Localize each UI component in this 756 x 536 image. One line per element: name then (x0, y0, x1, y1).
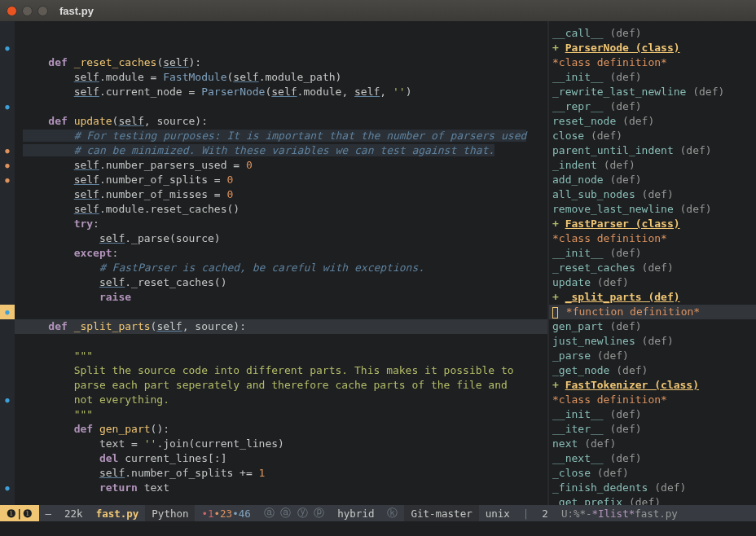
flycheck-error[interactable]: •1 (201, 507, 213, 520)
outline-item[interactable]: _finish_dedents (552, 481, 648, 494)
buffer-name[interactable]: fast.py (96, 507, 139, 520)
fold-toggle[interactable]: + (552, 217, 559, 230)
outline-item[interactable]: _get_node (552, 364, 609, 376)
window-title: fast.py (59, 5, 94, 17)
outline-item[interactable]: next (552, 437, 578, 450)
outline-item[interactable]: _get_prefix (552, 496, 622, 505)
outline-item[interactable]: __init__ (552, 408, 604, 420)
position-pct: 2 (535, 505, 555, 521)
outline-item[interactable]: __repr__ (552, 100, 604, 112)
editor-pane[interactable]: def _reset_caches(self): self.module = F… (0, 21, 549, 505)
outline-item[interactable]: _close (552, 467, 591, 479)
outline-item[interactable]: close (552, 130, 584, 142)
outline-item[interactable]: __iter__ (552, 423, 604, 435)
outline-item[interactable]: all_sub_nodes (552, 188, 635, 200)
status-dash: — (39, 505, 59, 521)
outline-item[interactable]: add_node (552, 174, 604, 186)
outline-item[interactable]: _reset_caches (552, 261, 635, 274)
outline-item[interactable]: reset_node (552, 115, 616, 127)
outline-item[interactable]: gen_part (552, 320, 604, 332)
evil-state: hybrid (331, 505, 380, 521)
fold-toggle[interactable]: + (552, 42, 559, 54)
flycheck-info[interactable]: •46 (232, 507, 251, 520)
outline-item[interactable]: update (552, 276, 591, 288)
window-titlebar: fast.py (0, 0, 756, 21)
minibuffer[interactable] (0, 521, 756, 536)
outline-item[interactable]: __call__ (552, 27, 604, 39)
cursor-icon (552, 307, 558, 319)
outline-item[interactable]: __next__ (552, 452, 604, 464)
minor-modes: ⓐ ⓐ ⓨ ⓟ (257, 505, 332, 521)
vc-branch[interactable]: Git-master (404, 505, 478, 521)
outline-pane[interactable]: __call__ (def) + ParserNode (class) *cla… (549, 21, 756, 505)
outline-item[interactable]: parent_until_indent (552, 144, 674, 156)
outline-class[interactable]: FastParser (class) (565, 217, 680, 230)
outline-item[interactable]: _indent (552, 159, 597, 171)
workspace: def _reset_caches(self): self.module = F… (0, 21, 756, 505)
outline-item[interactable]: just_newlines (552, 335, 635, 347)
minimize-button[interactable] (22, 6, 33, 16)
outline-item[interactable]: _rewrite_last_newline (552, 86, 686, 98)
flycheck-warning[interactable]: •23 (214, 507, 233, 520)
mode-line: ❶|❶ — 22k fast.py Python •1 •23 •46 ⓐ ⓐ … (0, 505, 756, 521)
outline-item[interactable]: _split_parts (def) (565, 291, 680, 303)
outline-item[interactable]: __init__ (552, 71, 604, 83)
file-size: 22k (58, 505, 90, 521)
outline-item[interactable]: _parse (552, 349, 591, 362)
window-controls (7, 6, 48, 16)
window-number: ❶|❶ (0, 505, 39, 521)
close-button[interactable] (7, 6, 17, 16)
outline-item[interactable]: remove_last_newline (552, 203, 674, 215)
outline-class[interactable]: FastTokenizer (class) (565, 379, 699, 391)
gutter (0, 21, 15, 505)
code-area[interactable]: def _reset_caches(self): self.module = F… (15, 21, 547, 505)
fold-toggle[interactable]: + (552, 291, 559, 303)
outline-class[interactable]: ParserNode (class) (565, 42, 680, 54)
major-mode[interactable]: Python (145, 505, 195, 521)
outline-item[interactable]: __init__ (552, 247, 604, 259)
maximize-button[interactable] (37, 6, 48, 16)
coding-system: unix (479, 505, 516, 521)
inactive-modeline: U:%*- *Ilist* fast.py (555, 505, 756, 521)
fold-toggle[interactable]: + (552, 379, 559, 391)
